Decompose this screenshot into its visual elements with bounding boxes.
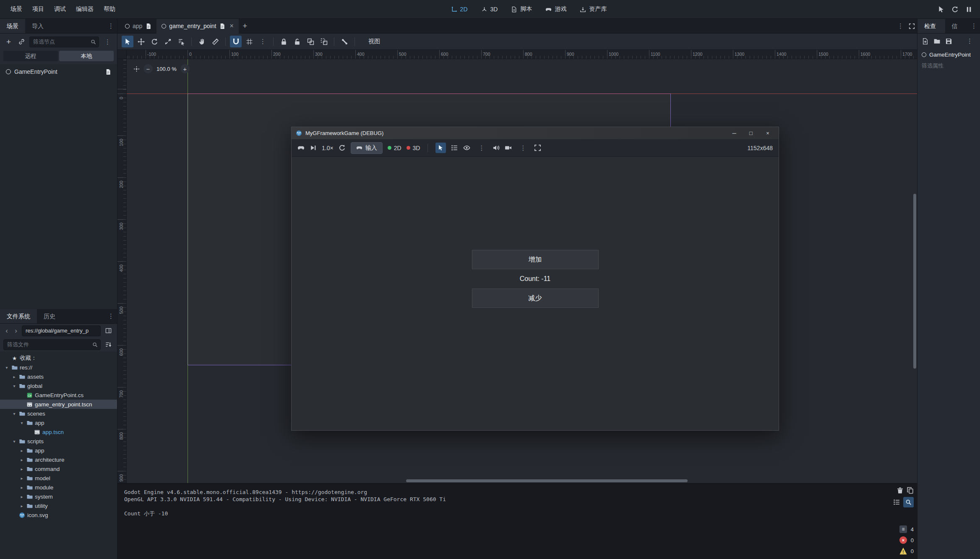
context-2d[interactable]: 2D xyxy=(446,3,473,15)
ruler-tool[interactable] xyxy=(209,36,221,47)
scene-tabs-menu-icon[interactable]: ⋮ xyxy=(894,22,907,30)
add-node-button[interactable]: + xyxy=(3,36,14,47)
scene-tree-root-node[interactable]: GameEntryPoint xyxy=(0,65,117,78)
select-tool[interactable] xyxy=(122,36,133,47)
mode-3d-toggle[interactable]: 3D xyxy=(407,145,420,151)
expand-arrow-icon[interactable]: ▾ xyxy=(12,384,17,388)
local-tab[interactable]: 本地 xyxy=(59,51,114,61)
file-tree-item[interactable]: ▸assets xyxy=(0,372,117,381)
back-button[interactable]: ‹ xyxy=(3,327,10,335)
sort-files-button[interactable] xyxy=(103,339,114,350)
center-view-icon[interactable] xyxy=(133,66,140,72)
scene-tab-game-entry-point[interactable]: game_entry_point × xyxy=(156,19,238,34)
file-tree-item[interactable]: ▸app xyxy=(0,446,117,455)
filter-files-input[interactable] xyxy=(3,339,101,350)
speed-select[interactable]: 1.0× xyxy=(322,145,334,151)
pause-game-icon[interactable] xyxy=(965,6,972,13)
message-count-badge[interactable]: ≡4 xyxy=(899,525,914,533)
tab-scene[interactable]: 场景 xyxy=(0,19,25,33)
2d-viewport[interactable]: − 100.0 % + MyGFrameworkGame (DEBUG) ─ □… xyxy=(127,59,917,483)
decrease-button[interactable]: 减少 xyxy=(472,289,599,308)
more-options-icon[interactable]: ⋮ xyxy=(517,144,529,152)
ungroup-selected-button[interactable] xyxy=(318,36,330,47)
tab-history[interactable]: 历史 xyxy=(37,309,62,323)
grid-snap-toggle[interactable] xyxy=(243,36,255,47)
visibility-icon[interactable] xyxy=(463,144,470,151)
restart-game-icon[interactable] xyxy=(951,6,959,13)
restart-icon[interactable] xyxy=(339,144,346,151)
remote-tab[interactable]: 远程 xyxy=(3,51,58,61)
expand-arrow-icon[interactable]: ▾ xyxy=(12,411,17,416)
new-resource-icon[interactable] xyxy=(922,38,929,45)
skeleton-options-button[interactable] xyxy=(339,36,350,47)
zoom-in-button[interactable]: + xyxy=(180,64,190,73)
file-tree-item[interactable]: app.tscn xyxy=(0,427,117,437)
menu-editor[interactable]: 编辑器 xyxy=(71,4,98,15)
camera-icon[interactable] xyxy=(505,144,512,151)
file-tree-item[interactable]: ▸command xyxy=(0,464,117,473)
scrollbar-thumb[interactable] xyxy=(406,479,688,482)
expand-editor-button[interactable] xyxy=(907,21,917,31)
tab-inspector[interactable]: 检查器 xyxy=(917,19,945,33)
view-menu[interactable]: 视图 xyxy=(364,36,384,47)
context-script[interactable]: 脚本 xyxy=(506,3,537,15)
menu-scene[interactable]: 场景 xyxy=(6,4,27,15)
expand-arrow-icon[interactable]: ▾ xyxy=(12,439,17,444)
scrollbar-thumb[interactable] xyxy=(913,194,916,369)
expand-arrow-icon[interactable]: ▸ xyxy=(12,374,17,379)
zoom-level[interactable]: 100.0 % xyxy=(156,66,177,72)
pan-tool[interactable] xyxy=(196,36,208,47)
tab-signals[interactable]: 信号 xyxy=(945,19,968,33)
expand-arrow-icon[interactable]: ▾ xyxy=(19,421,24,425)
filter-nodes-input[interactable] xyxy=(29,36,99,47)
filesystem-dock-menu-icon[interactable]: ⋮ xyxy=(105,309,117,323)
path-bar[interactable]: res://global/game_entry_p xyxy=(22,325,101,336)
tab-filesystem[interactable]: 文件系统 xyxy=(0,309,37,323)
context-3d[interactable]: 3D xyxy=(476,3,503,15)
list-select-tool[interactable] xyxy=(175,36,187,47)
close-tab-icon[interactable]: × xyxy=(229,22,233,30)
file-tree-item[interactable]: ▸module xyxy=(0,483,117,492)
expand-arrow-icon[interactable]: ▸ xyxy=(19,467,24,471)
menu-project[interactable]: 项目 xyxy=(28,4,49,15)
scale-tool[interactable] xyxy=(162,36,174,47)
debug-session-icon[interactable] xyxy=(297,144,305,151)
file-tree-item[interactable]: C#GameEntryPoint.cs xyxy=(0,390,117,400)
audio-icon[interactable] xyxy=(493,144,500,151)
minimize-button[interactable]: ─ xyxy=(727,130,741,136)
scene-dock-menu-icon[interactable]: ⋮ xyxy=(105,19,117,33)
pick-mode-icon[interactable] xyxy=(938,6,945,13)
file-tree-item[interactable]: ▾scenes xyxy=(0,409,117,418)
expand-arrow-icon[interactable]: ▸ xyxy=(19,448,24,453)
file-tree-item[interactable]: ★收藏： xyxy=(0,354,117,363)
context-assetlib[interactable]: 资产库 xyxy=(575,3,612,15)
expand-arrow-icon[interactable]: ▾ xyxy=(4,365,9,370)
clear-output-icon[interactable] xyxy=(897,487,904,494)
expand-arrow-icon[interactable]: ▸ xyxy=(19,485,24,490)
scene-tab-app[interactable]: app xyxy=(120,19,156,34)
maximize-button[interactable]: □ xyxy=(744,130,758,136)
search-output-button[interactable] xyxy=(903,497,914,507)
select-mode-button[interactable] xyxy=(435,143,446,153)
tab-import[interactable]: 导入 xyxy=(25,19,50,33)
expand-arrow-icon[interactable]: ▸ xyxy=(19,494,24,499)
game-window-titlebar[interactable]: MyGFrameworkGame (DEBUG) ─ □ × xyxy=(292,127,779,139)
group-selected-button[interactable] xyxy=(305,36,316,47)
copy-output-icon[interactable] xyxy=(907,487,914,494)
move-tool[interactable] xyxy=(135,36,147,47)
vertical-scrollbar[interactable] xyxy=(912,59,917,478)
next-frame-icon[interactable] xyxy=(310,144,317,151)
file-tree-item[interactable]: ▾global xyxy=(0,381,117,390)
error-count-badge[interactable]: ×0 xyxy=(899,536,914,544)
context-game[interactable]: 游戏 xyxy=(540,3,571,15)
forward-button[interactable]: › xyxy=(13,327,19,335)
expand-arrow-icon[interactable]: ▸ xyxy=(19,504,24,508)
file-tree-item[interactable]: icon.svg xyxy=(0,510,117,520)
new-scene-tab-button[interactable]: + xyxy=(239,21,251,31)
split-view-button[interactable] xyxy=(103,325,114,336)
increase-button[interactable]: 增加 xyxy=(472,250,599,269)
collapse-messages-icon[interactable] xyxy=(893,499,900,506)
close-button[interactable]: × xyxy=(761,130,774,136)
fullscreen-icon[interactable] xyxy=(534,144,541,151)
file-tree-item[interactable]: ▸utility xyxy=(0,501,117,510)
